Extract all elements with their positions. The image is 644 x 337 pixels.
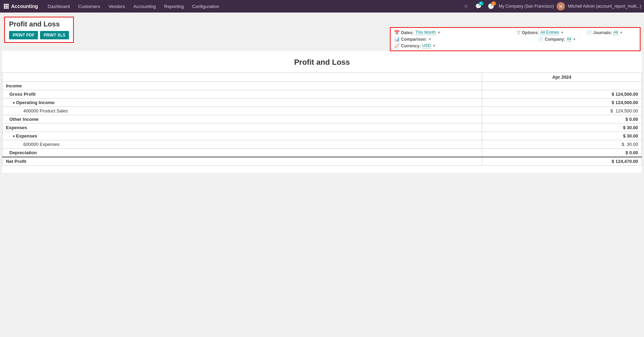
calendar-icon: 📅 <box>394 30 400 35</box>
table-row: Depreciation $ 0.00 <box>2 149 642 157</box>
nav-reporting[interactable]: Reporting <box>160 0 188 13</box>
nav-menu: Dashboard Customers Vendors Accounting R… <box>44 0 223 13</box>
filter-icon: ▽ <box>517 30 520 35</box>
currency-value: USD <box>422 43 431 48</box>
row-amount: $ 124,500.00 <box>482 107 642 115</box>
page-title: Profit and Loss <box>9 20 69 28</box>
company-filter[interactable]: 📄 Company: All ▼ <box>517 37 636 42</box>
row-amount <box>482 82 642 90</box>
options-label: Options: <box>522 30 539 35</box>
options-filter[interactable]: ▽ Options: All Entries ▼ 📄 Journals: All… <box>517 30 636 35</box>
row-amount: $ 124,470.00 <box>482 157 642 166</box>
row-amount: $ 30.00 <box>482 140 642 149</box>
column-header: Apr 2024 <box>482 73 642 82</box>
dates-chevron: ▼ <box>437 31 441 34</box>
user-avatar: M <box>557 2 565 10</box>
svg-rect-4 <box>6 6 7 7</box>
collapse-arrow[interactable]: ▾ <box>13 101 15 105</box>
table-row: Expenses $ 30.00 <box>2 124 642 132</box>
currency-filter[interactable]: 📈 Currency: USD ▼ <box>394 43 513 48</box>
clock-badge: 1 <box>491 1 496 6</box>
report-table: Apr 2024 Income Gross Profit $ 124,500.0… <box>2 72 642 166</box>
company-name: My Company (San Francisco) <box>499 4 554 9</box>
table-row: Income <box>2 82 642 90</box>
options-value: All Entries <box>540 30 559 35</box>
table-row: 400000 Product Sales $ 124,500.00 <box>2 107 642 115</box>
table-header-row: Apr 2024 <box>2 73 642 82</box>
table-row: ▾Expenses $ 30.00 <box>2 132 642 140</box>
company-icon: 📄 <box>538 37 543 42</box>
svg-rect-6 <box>4 7 5 9</box>
header-buttons: PRINT PDF PRINT XLS <box>9 31 69 39</box>
nav-vendors[interactable]: Vendors <box>104 0 129 13</box>
row-label: 600000 Expenses <box>2 140 482 149</box>
comparison-icon: 📊 <box>394 37 400 42</box>
row-amount: $ 30.00 <box>482 124 642 132</box>
journals-value: All <box>613 30 618 35</box>
company-value: All <box>567 37 571 42</box>
journals-label: Journals: <box>593 30 612 35</box>
main-content: Profit and Loss PRINT PDF PRINT XLS 📅 Da… <box>0 13 644 337</box>
svg-rect-1 <box>6 4 7 5</box>
company-label: Company: <box>545 37 565 42</box>
currency-label: Currency: <box>401 44 421 48</box>
dates-value: This Month <box>415 30 436 35</box>
row-label: Other Income <box>2 115 482 124</box>
table-row: ▾Operating Income $ 124,500.00 <box>2 99 642 107</box>
row-amount: $ 124,500.00 <box>482 90 642 99</box>
report-title: Profit and Loss <box>2 58 642 67</box>
currency-icon: 📈 <box>394 43 400 48</box>
svg-rect-3 <box>4 6 5 7</box>
options-chevron: ▼ <box>560 31 564 34</box>
row-amount: $ 0.00 <box>482 149 642 157</box>
top-navigation: Accounting Dashboard Customers Vendors A… <box>0 0 644 13</box>
report-area: Profit and Loss Apr 2024 Income Gross <box>2 51 642 173</box>
nav-configuration[interactable]: Configuration <box>188 0 223 13</box>
print-xls-button[interactable]: PRINT XLS <box>40 31 69 39</box>
filter-bar: 📅 Dates: This Month ▼ ▽ Options: All Ent… <box>390 27 641 51</box>
chat-icon-btn[interactable]: 💬 5 <box>474 1 484 11</box>
table-row: Gross Profit $ 124,500.00 <box>2 90 642 99</box>
svg-rect-2 <box>7 4 9 5</box>
row-label: Expenses <box>2 124 482 132</box>
clock-icon-btn[interactable]: 🕐 1 <box>486 1 496 11</box>
row-label: ▾Expenses <box>2 132 482 140</box>
comparison-filter[interactable]: 📊 Comparison: ▼ <box>394 37 513 42</box>
svg-rect-5 <box>7 6 9 7</box>
chat-badge: 5 <box>479 1 484 6</box>
star-icon-btn[interactable]: ☆ <box>461 1 471 11</box>
row-label: Gross Profit <box>2 90 482 99</box>
row-amount: $ 0.00 <box>482 115 642 124</box>
dates-label: Dates: <box>401 30 414 35</box>
row-label: ▾Operating Income <box>2 99 482 107</box>
nav-accounting[interactable]: Accounting <box>129 0 160 13</box>
app-name: Accounting <box>11 3 38 9</box>
row-label: 400000 Product Sales <box>2 107 482 115</box>
nav-customers[interactable]: Customers <box>74 0 104 13</box>
top-area: Profit and Loss PRINT PDF PRINT XLS 📅 Da… <box>0 13 644 47</box>
table-row: Other Income $ 0.00 <box>2 115 642 124</box>
collapse-arrow[interactable]: ▾ <box>13 134 15 138</box>
table-row: Net Profit $ 124,470.00 <box>2 157 642 166</box>
user-name: Mitchell Admin (account_report_multi...) <box>568 4 641 9</box>
comparison-label: Comparison: <box>401 37 427 42</box>
svg-rect-7 <box>6 7 7 9</box>
company-chevron: ▼ <box>573 37 576 41</box>
table-row: 600000 Expenses $ 30.00 <box>2 140 642 149</box>
currency-chevron: ▼ <box>432 44 436 48</box>
comparison-chevron: ▼ <box>428 37 432 41</box>
row-label: Net Profit <box>2 157 482 166</box>
print-pdf-button[interactable]: PRINT PDF <box>9 31 38 39</box>
page-header: Profit and Loss PRINT PDF PRINT XLS <box>4 17 74 43</box>
row-label: Income <box>2 82 482 90</box>
svg-rect-0 <box>4 4 5 5</box>
row-amount: $ 30.00 <box>482 132 642 140</box>
app-grid-icon[interactable] <box>3 3 10 10</box>
dates-filter[interactable]: 📅 Dates: This Month ▼ <box>394 30 513 35</box>
svg-rect-8 <box>7 7 9 9</box>
row-label: Depreciation <box>2 149 482 157</box>
journals-chevron: ▼ <box>620 31 623 34</box>
journals-icon: 📄 <box>586 30 592 35</box>
nav-dashboard[interactable]: Dashboard <box>44 0 74 13</box>
row-amount: $ 124,500.00 <box>482 99 642 107</box>
